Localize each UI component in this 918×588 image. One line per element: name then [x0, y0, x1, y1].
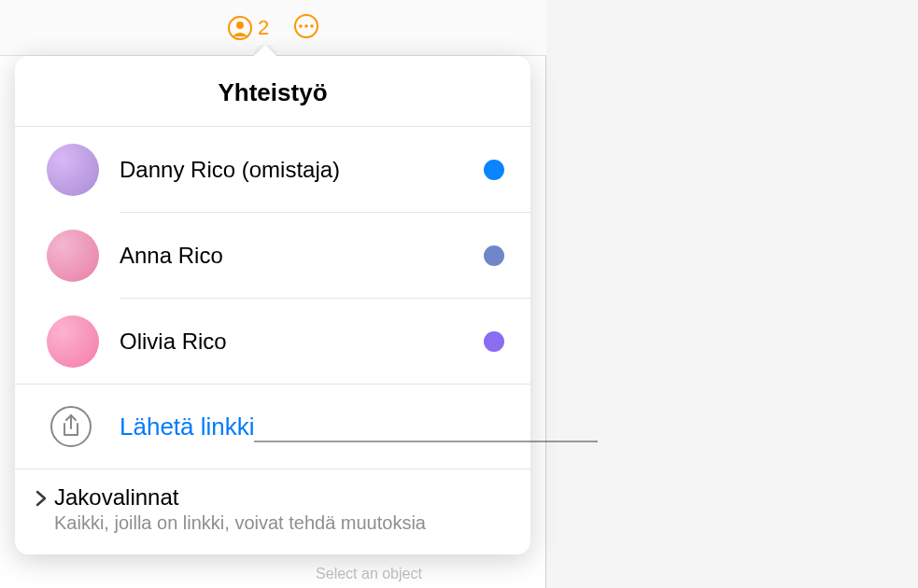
- collaborator-row[interactable]: Olivia Rico: [15, 299, 530, 384]
- collaborate-button[interactable]: 2: [226, 14, 269, 42]
- avatar: [47, 144, 99, 196]
- collaborator-row[interactable]: Anna Rico: [15, 213, 530, 298]
- presence-dot: [484, 245, 504, 266]
- collaborator-row[interactable]: Danny Rico (omistaja): [15, 127, 530, 212]
- background-hint: Select an object: [196, 566, 542, 588]
- popover-title: Yhteistyö: [15, 56, 530, 126]
- collaborator-name: Olivia Rico: [120, 329, 484, 355]
- share-icon: [50, 406, 92, 447]
- svg-point-1: [236, 21, 244, 29]
- collaboration-popover: Yhteistyö Danny Rico (omistaja) Anna Ric…: [15, 56, 530, 554]
- chevron-right-icon: [34, 488, 49, 512]
- avatar: [47, 315, 99, 368]
- svg-point-4: [304, 24, 308, 28]
- collaborator-name: Anna Rico: [120, 243, 484, 269]
- collaborator-count: 2: [258, 16, 269, 40]
- presence-dot: [484, 331, 504, 352]
- collaborator-name: Danny Rico (omistaja): [120, 157, 484, 183]
- share-options-title: Jakovalinnat: [54, 484, 426, 511]
- send-link-label: Lähetä linkki: [120, 413, 255, 441]
- presence-dot: [484, 160, 504, 180]
- svg-point-5: [310, 24, 314, 28]
- svg-point-3: [299, 24, 303, 28]
- send-link-button[interactable]: Lähetä linkki: [15, 385, 530, 469]
- more-button[interactable]: [292, 12, 320, 44]
- more-icon: [292, 12, 320, 44]
- popover-caret: [254, 45, 276, 58]
- person-icon: [226, 14, 254, 42]
- share-options-row[interactable]: Jakovalinnat Kaikki, joilla on linkki, v…: [15, 469, 530, 554]
- avatar: [47, 230, 99, 282]
- share-options-subtitle: Kaikki, joilla on linkki, voivat tehdä m…: [54, 512, 426, 534]
